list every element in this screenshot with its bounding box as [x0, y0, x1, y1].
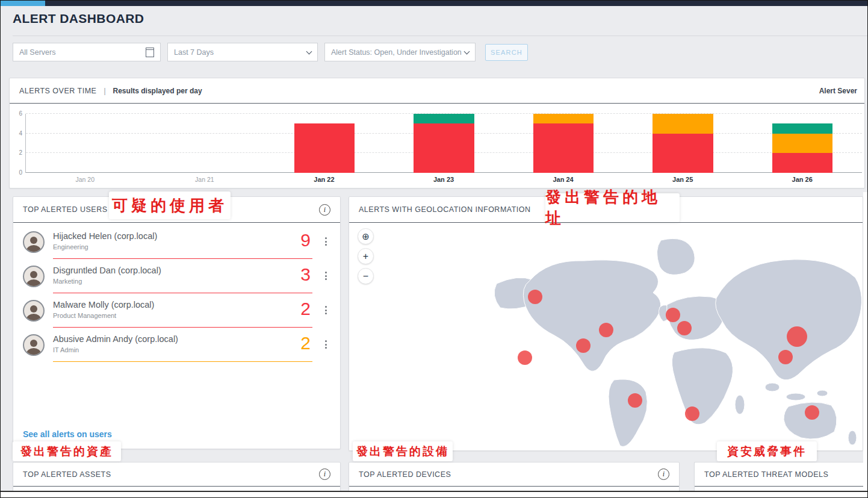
bar-segment-low[interactable] — [414, 114, 474, 123]
info-icon[interactable]: i — [319, 204, 330, 216]
severity-underline — [53, 361, 312, 363]
bottom-strip — [1, 492, 867, 498]
alert-count: 9 — [300, 230, 311, 251]
chart-title-separator: | — [104, 87, 105, 95]
annotation-threat-events: 資安威脅事件 — [717, 441, 817, 461]
devices-panel-title: TOP ALERTED DEVICES — [359, 470, 451, 479]
date-range-value: Last 7 Days — [174, 48, 214, 57]
avatar — [23, 334, 45, 356]
y-tick-label: 0 — [11, 169, 22, 176]
devices-panel-header: TOP ALERTED DEVICES i — [349, 462, 679, 487]
alert-map-marker-china[interactable] — [787, 326, 807, 347]
alert-map-marker-uk[interactable] — [666, 308, 680, 322]
avatar — [23, 300, 45, 322]
chart-header: ALERTS OVER TIME | Results displayed per… — [10, 78, 864, 104]
info-icon[interactable]: i — [319, 468, 330, 480]
kebab-menu-icon[interactable] — [325, 272, 327, 280]
alert-map-marker-southeast-asia[interactable] — [778, 350, 793, 364]
chart-subtitle: Results displayed per day — [113, 87, 202, 95]
alert-count: 3 — [300, 264, 311, 285]
zoom-out-icon[interactable]: − — [358, 268, 374, 284]
annotation-alerted-assets: 發出警告的資產 — [13, 441, 121, 461]
bar-segment-high[interactable] — [533, 123, 594, 173]
chart-plot: 0246 — [25, 114, 862, 173]
alert-map-marker-northeast-us[interactable] — [599, 323, 613, 337]
browser-top-bar — [1, 1, 867, 6]
threat-models-panel-header: TOP ALERTED THREAT MODELS — [695, 462, 868, 487]
x-tick-label: Jan 21 — [195, 176, 214, 183]
title-divider — [13, 36, 867, 36]
bar-segment-low[interactable] — [772, 123, 833, 133]
top-alerted-users-panel: TOP ALERTED USERS i Hijacked Helen (corp… — [13, 196, 341, 449]
world-map-svg — [349, 223, 863, 451]
chevron-down-icon — [306, 48, 312, 54]
locate-icon[interactable]: ⊕ — [358, 228, 374, 244]
user-row[interactable]: Abusive Admin Andy (corp.local) IT Admin… — [23, 333, 332, 362]
map-panel-title: ALERTS WITH GEOLOCATION INFORMATION — [359, 205, 531, 214]
assets-panel-header: TOP ALERTED ASSETS i — [13, 462, 340, 487]
page-title: ALERT DASHBOARD — [13, 11, 144, 26]
x-tick-label: Jan 22 — [314, 176, 334, 183]
avatar — [23, 231, 45, 253]
user-name: Disgruntled Dan (corp.local) — [53, 266, 161, 275]
annotation-alerted-devices: 發出警告的設備 — [353, 441, 453, 461]
alert-map-marker-pacific[interactable] — [518, 350, 532, 365]
threat-models-panel-title: TOP ALERTED THREAT MODELS — [704, 470, 828, 479]
user-row[interactable]: Malware Molly (corp.local) Product Manag… — [23, 299, 332, 328]
x-tick-label: Jan 23 — [433, 176, 454, 183]
alert-count: 2 — [300, 299, 311, 319]
chart-title: ALERTS OVER TIME — [19, 87, 96, 95]
chevron-down-icon — [464, 48, 470, 54]
bar-segment-high[interactable] — [653, 134, 713, 173]
alert-map-marker-brazil[interactable] — [628, 393, 642, 408]
info-icon[interactable]: i — [658, 468, 669, 480]
user-department: Marketing — [53, 278, 82, 285]
annotation-alert-locations: 發出警告的地址 — [545, 193, 680, 222]
user-department: Engineering — [53, 243, 88, 251]
severity-underline — [53, 293, 312, 294]
kebab-menu-icon[interactable] — [325, 306, 327, 314]
alert-status-value: Alert Status: Open, Under Investigation — [331, 48, 462, 57]
bar-segment-medium[interactable] — [653, 114, 713, 134]
alert-count: 2 — [300, 333, 311, 353]
y-tick-label: 4 — [11, 130, 22, 137]
bar-segment-high[interactable] — [414, 123, 474, 173]
user-row[interactable]: Hijacked Helen (corp.local) Engineering … — [23, 230, 332, 259]
date-range-filter[interactable]: Last 7 Days — [167, 43, 318, 61]
world-map[interactable]: ⊕ + − — [349, 223, 863, 450]
scrollbar-gutter[interactable] — [863, 192, 868, 491]
user-name: Malware Molly (corp.local) — [53, 300, 154, 310]
alert-map-marker-alaska[interactable] — [528, 290, 542, 304]
server-filter[interactable]: All Servers — [13, 43, 161, 61]
severity-underline — [53, 327, 312, 328]
x-tick-label: Jan 25 — [672, 176, 693, 183]
bar-segment-medium[interactable] — [772, 134, 833, 154]
y-tick-label: 6 — [11, 110, 22, 117]
alert-map-marker-australia[interactable] — [805, 405, 819, 420]
alert-map-marker-south-africa[interactable] — [685, 406, 699, 421]
servers-window-icon — [146, 48, 154, 57]
bar-segment-high[interactable] — [294, 123, 355, 173]
alert-map-marker-central-us[interactable] — [576, 338, 591, 353]
alerts-over-time-panel: ALERTS OVER TIME | Results displayed per… — [9, 78, 865, 188]
zoom-in-icon[interactable]: + — [358, 248, 374, 264]
search-button[interactable]: SEARCH — [485, 44, 528, 61]
severity-underline — [53, 258, 312, 260]
user-department: IT Admin — [53, 346, 79, 353]
user-name: Abusive Admin Andy (corp.local) — [53, 334, 178, 344]
assets-panel-title: TOP ALERTED ASSETS — [23, 470, 111, 479]
y-tick-label: 2 — [11, 149, 22, 156]
kebab-menu-icon[interactable] — [325, 237, 327, 246]
see-all-alerts-link[interactable]: See all alerts on users — [23, 429, 112, 439]
alert-map-marker-western-europe[interactable] — [677, 321, 692, 335]
app-window: ALERT DASHBOARD All Servers Last 7 Days … — [0, 0, 868, 498]
map-controls: ⊕ + − — [358, 228, 374, 284]
x-tick-label: Jan 20 — [76, 176, 95, 183]
bar-segment-high[interactable] — [772, 153, 833, 173]
kebab-menu-icon[interactable] — [325, 340, 327, 349]
user-row[interactable]: Disgruntled Dan (corp.local) Marketing 3 — [23, 264, 332, 293]
alert-status-filter[interactable]: Alert Status: Open, Under Investigation — [324, 43, 476, 61]
annotation-suspicious-users: 可疑的使用者 — [109, 191, 231, 219]
geolocation-alerts-panel: ALERTS WITH GEOLOCATION INFORMATION — [349, 196, 863, 451]
bar-segment-medium[interactable] — [533, 114, 594, 123]
